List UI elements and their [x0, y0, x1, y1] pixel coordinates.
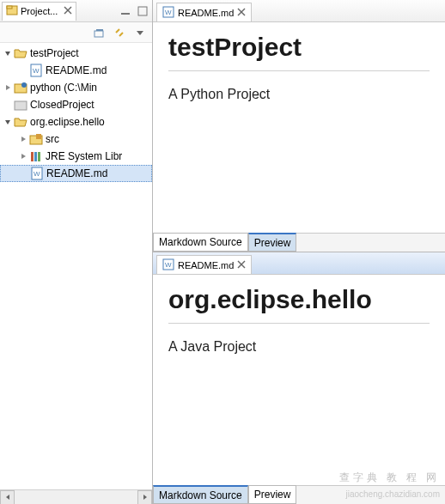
- editor-bottom-tabs: Markdown Source Preview: [153, 485, 445, 504]
- svg-rect-6: [94, 31, 103, 37]
- svg-rect-12: [15, 101, 27, 110]
- close-icon[interactable]: [237, 8, 246, 18]
- editor-tab-label: README.md: [178, 260, 234, 270]
- tree-node[interactable]: org.eclipse.hello: [0, 113, 152, 131]
- md-file-icon: W: [30, 167, 44, 180]
- editor-tab[interactable]: W README.md: [156, 255, 252, 274]
- tree-node[interactable]: JRE System Libr: [0, 148, 152, 165]
- twisty-icon[interactable]: [17, 64, 29, 76]
- jre-library-icon: [29, 149, 43, 163]
- editor-tab-bar: W README.md: [153, 252, 445, 275]
- close-icon[interactable]: [64, 6, 72, 16]
- project-tree[interactable]: testProjectWREADME.mdpython (C:\MinClose…: [0, 43, 152, 489]
- tree-node-label: src: [46, 133, 59, 145]
- divider: [168, 323, 430, 324]
- tab-markdown-source[interactable]: Markdown Source: [153, 485, 248, 504]
- tree-node[interactable]: python (C:\Min: [0, 79, 152, 96]
- svg-text:W: W: [33, 67, 40, 75]
- folder-open-icon: [14, 46, 27, 60]
- editor-2: W README.md org.eclipse.hello A Java Pro…: [153, 252, 445, 504]
- closed-project-icon: [14, 98, 27, 112]
- scroll-left-icon[interactable]: [0, 490, 15, 505]
- python-project-icon: [14, 81, 27, 94]
- tree-node[interactable]: WREADME.md: [0, 165, 152, 182]
- java-project-icon: [14, 115, 27, 129]
- tree-node-label: python (C:\Min: [30, 82, 97, 94]
- preview-text: A Python Project: [168, 87, 430, 102]
- svg-text:W: W: [165, 261, 172, 269]
- twisty-icon[interactable]: [2, 47, 14, 59]
- tree-node[interactable]: WREADME.md: [0, 62, 152, 79]
- view-title-label: Project...: [21, 6, 58, 16]
- svg-text:W: W: [34, 170, 40, 178]
- editor-stack: W README.md testProject A Python Project…: [153, 0, 445, 504]
- tree-node-label: README.md: [46, 64, 107, 76]
- tab-preview[interactable]: Preview: [248, 485, 297, 504]
- preview-heading: org.eclipse.hello: [168, 285, 430, 314]
- editor-bottom-tabs: Markdown Source Preview: [153, 233, 445, 252]
- editor-preview-body: testProject A Python Project: [153, 22, 445, 233]
- svg-rect-7: [96, 29, 103, 31]
- tree-node[interactable]: testProject: [0, 45, 152, 62]
- twisty-icon[interactable]: [2, 116, 14, 128]
- tree-node-label: ClosedProject: [30, 99, 94, 111]
- preview-heading: testProject: [168, 33, 430, 62]
- twisty-icon[interactable]: [18, 167, 30, 179]
- tree-node-label: testProject: [30, 47, 79, 59]
- md-file-icon: W: [162, 258, 174, 272]
- svg-rect-5: [138, 7, 147, 15]
- svg-rect-14: [36, 134, 41, 139]
- tree-node-label: org.eclipse.hello: [30, 116, 105, 128]
- twisty-icon[interactable]: [2, 82, 14, 94]
- twisty-icon[interactable]: [2, 99, 14, 111]
- tree-node[interactable]: ClosedProject: [0, 96, 152, 113]
- twisty-icon[interactable]: [17, 150, 29, 162]
- scroll-right-icon[interactable]: [137, 490, 152, 505]
- svg-rect-16: [34, 152, 37, 161]
- svg-rect-15: [31, 152, 34, 161]
- tree-node[interactable]: src: [0, 131, 152, 148]
- md-file-icon: W: [29, 64, 43, 77]
- tab-preview[interactable]: Preview: [248, 233, 297, 252]
- editor-preview-body: org.eclipse.hello A Java Project: [153, 275, 445, 485]
- maximize-view-icon[interactable]: [135, 3, 150, 19]
- editor-tab-bar: W README.md: [153, 0, 445, 22]
- src-folder-icon: [29, 132, 43, 146]
- svg-rect-17: [38, 152, 40, 161]
- navigator-icon: [6, 4, 18, 18]
- svg-text:W: W: [165, 9, 172, 16]
- view-header: Project...: [0, 0, 152, 22]
- editor-tab[interactable]: W README.md: [156, 3, 252, 21]
- md-file-icon: W: [162, 6, 174, 20]
- editor-tab-label: README.md: [178, 8, 234, 18]
- view-toolbar: [0, 22, 152, 43]
- preview-text: A Java Project: [168, 339, 430, 355]
- twisty-icon[interactable]: [17, 133, 29, 145]
- tree-node-label: README.md: [46, 167, 107, 179]
- svg-rect-4: [121, 13, 130, 15]
- editor-1: W README.md testProject A Python Project…: [153, 0, 445, 252]
- tree-node-label: JRE System Libr: [46, 150, 122, 162]
- horizontal-scrollbar[interactable]: [0, 489, 152, 504]
- collapse-all-icon[interactable]: [90, 24, 107, 41]
- svg-point-11: [21, 82, 27, 88]
- view-menu-icon[interactable]: [131, 24, 149, 41]
- divider: [168, 70, 430, 71]
- link-editor-icon[interactable]: [111, 24, 128, 41]
- tab-markdown-source[interactable]: Markdown Source: [153, 233, 248, 252]
- view-tab[interactable]: Project...: [2, 2, 76, 21]
- close-icon[interactable]: [237, 260, 246, 270]
- minimize-view-icon[interactable]: [118, 3, 133, 19]
- svg-rect-1: [7, 6, 12, 9]
- project-explorer-view: Project... testProjectWREADME.mdpython (…: [0, 0, 153, 504]
